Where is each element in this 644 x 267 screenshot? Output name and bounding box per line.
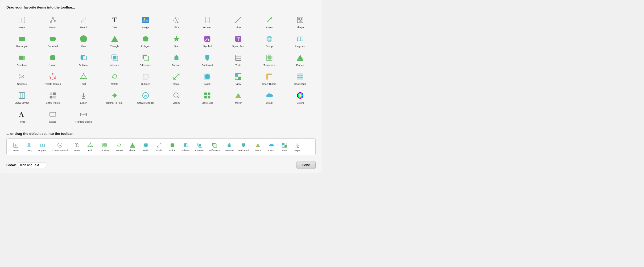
tool-item-polygon[interactable]: Polygon (130, 32, 161, 50)
tool-item-subtract[interactable]: Subtract (68, 51, 99, 69)
tool-item-round_to_pixel[interactable]: Round To Pixel (99, 89, 130, 106)
svg-point-74 (50, 77, 51, 79)
tool-label-arrow: Arrow (266, 26, 273, 29)
default-tool-d_transform[interactable]: Transform (97, 141, 112, 153)
default-tool-d_view[interactable]: View (278, 141, 291, 153)
default-tool-d_backward[interactable]: Backward (236, 141, 251, 153)
tool-item-cloud[interactable]: Cloud (254, 89, 285, 106)
tool-item-arrow[interactable]: Arrow (254, 13, 285, 31)
tool-item-vector[interactable]: Vector (37, 13, 68, 31)
tool-item-star[interactable]: Star (161, 32, 192, 50)
tool-item-create_symbol[interactable]: Create Symbol (130, 89, 161, 106)
default-tool-d_scale[interactable]: Scale (153, 141, 166, 153)
default-tool-d_intersect[interactable]: Intersect (193, 141, 207, 153)
tool-item-colors[interactable]: Colors (285, 89, 316, 106)
tool-item-image[interactable]: Image (130, 13, 161, 31)
show-select[interactable]: Icon and Text Icon Only Text Only (18, 162, 46, 168)
tool-item-mirror[interactable]: Mirror (223, 89, 254, 106)
group-icon (265, 34, 274, 44)
default-tool-d_mirror[interactable]: Mirror (251, 141, 264, 153)
default-tool-d_create_symbol[interactable]: Create Symbol (50, 141, 70, 153)
default-tool-d_rotate[interactable]: Rotate (113, 141, 126, 153)
tool-item-oval[interactable]: Oval (68, 32, 99, 50)
default-tool-d_mask[interactable]: Mask (139, 141, 152, 153)
tool-item-text[interactable]: T Text (99, 13, 130, 31)
tool-item-space[interactable]: Space (37, 107, 68, 125)
default-tool-d_forward[interactable]: Forward (223, 141, 236, 153)
default-tool-d_difference[interactable]: Difference (207, 141, 222, 153)
tool-item-rotate[interactable]: Rotate (99, 70, 130, 87)
default-tool-d_insert[interactable]: Insert (9, 141, 22, 153)
styled_text-icon: T (233, 34, 243, 44)
tool-item-outlines[interactable]: Outlines (130, 70, 161, 87)
tool-item-triangle[interactable]: Triangle (99, 32, 130, 50)
tool-item-shape[interactable]: Shape (285, 13, 316, 31)
svg-rect-164 (185, 144, 188, 147)
export-icon (79, 91, 88, 100)
export-default-icon (294, 142, 301, 149)
tool-item-slice[interactable]: Slice (161, 13, 192, 31)
tool-item-show_grid[interactable]: Show Grid (285, 70, 316, 87)
tool-label-show_layout: Show Layout (15, 101, 29, 104)
done-button[interactable]: Done (296, 161, 316, 169)
tool-item-artboard[interactable]: Artboard (192, 13, 223, 31)
tool-item-combine[interactable]: Combine (6, 51, 37, 69)
tool-item-make_grid[interactable]: Make Grid (192, 89, 223, 106)
show_layout-icon (17, 91, 27, 100)
tool-item-mask[interactable]: Mask (192, 70, 223, 87)
default-tool-d_zoom[interactable]: 100% (71, 141, 83, 153)
tool-item-rectangle[interactable]: Rectangle (6, 32, 37, 50)
tool-item-tools[interactable]: Tools (223, 51, 254, 69)
default-tool-d_subtract[interactable]: Subtract (179, 141, 193, 153)
default-label-d_ungroup: Ungroup (38, 149, 47, 152)
svg-rect-94 (266, 75, 268, 80)
tool-item-forward[interactable]: Forward (161, 51, 192, 69)
default-tool-d_edit[interactable]: Edit (84, 141, 97, 153)
default-tool-d_ungroup[interactable]: Ungroup (36, 141, 49, 153)
tool-item-show_pixels[interactable]: Show Pixels (37, 89, 68, 106)
tool-item-rotate_copies[interactable]: Rotate Copies (37, 70, 68, 87)
tool-item-insert[interactable]: Insert (6, 13, 37, 31)
default-tool-d_group[interactable]: Group (23, 141, 35, 153)
tool-item-flexible_space[interactable]: Flexible Space (68, 107, 99, 125)
tool-item-styled_text[interactable]: T Styled Text (223, 32, 254, 50)
tool-item-show_layout[interactable]: Show Layout (6, 89, 37, 106)
tool-label-union: Union (49, 64, 56, 66)
svg-marker-31 (173, 36, 180, 42)
flexible_space-icon (79, 110, 88, 119)
tool-item-zoom[interactable]: Zoom (161, 89, 192, 106)
tool-item-backward[interactable]: Backward (192, 51, 223, 69)
default-tool-d_union[interactable]: Union (166, 141, 179, 153)
tool-label-line: Line (236, 26, 241, 29)
tool-label-rotate: Rotate (111, 82, 118, 85)
default-tool-d_flatten[interactable]: Flatten (126, 141, 139, 153)
tool-label-artboard: Artboard (203, 26, 212, 29)
tool-label-create_symbol: Create Symbol (137, 101, 154, 104)
tool-item-scissors[interactable]: Scissors (6, 70, 37, 87)
tool-label-zoom: Zoom (173, 101, 180, 104)
tool-item-show_rulers[interactable]: Show Rulers (254, 70, 285, 87)
tool-item-group[interactable]: Group (254, 32, 285, 50)
tool-item-pencil[interactable]: Pencil (68, 13, 99, 31)
svg-rect-66 (297, 60, 303, 61)
tool-item-line[interactable]: Line (223, 13, 254, 31)
tool-item-intersect[interactable]: Intersect (99, 51, 130, 69)
tool-item-export[interactable]: Export (68, 89, 99, 106)
tool-item-edit[interactable]: Edit (68, 70, 99, 87)
tool-item-scale[interactable]: Scale (161, 70, 192, 87)
tool-item-rounded[interactable]: Rounded (37, 32, 68, 50)
tool-item-ungroup[interactable]: Ungroup (285, 32, 316, 50)
svg-marker-125 (235, 93, 238, 98)
default-label-d_intersect: Intersect (195, 149, 204, 152)
tool-item-difference[interactable]: Difference (130, 51, 161, 69)
default-tool-d_cloud[interactable]: Cloud (265, 141, 278, 153)
tool-item-union[interactable]: Union (37, 51, 68, 69)
tool-item-view[interactable]: View (223, 70, 254, 87)
pencil-icon (79, 15, 88, 25)
tool-item-transform[interactable]: Transform (254, 51, 285, 69)
default-tool-d_export[interactable]: Export (291, 141, 304, 153)
tool-item-flatten[interactable]: Flatten (285, 51, 316, 69)
insert-icon (17, 15, 27, 25)
tool-item-fonts[interactable]: A Fonts (6, 107, 37, 125)
tool-item-symbol[interactable]: Symbol (192, 32, 223, 50)
